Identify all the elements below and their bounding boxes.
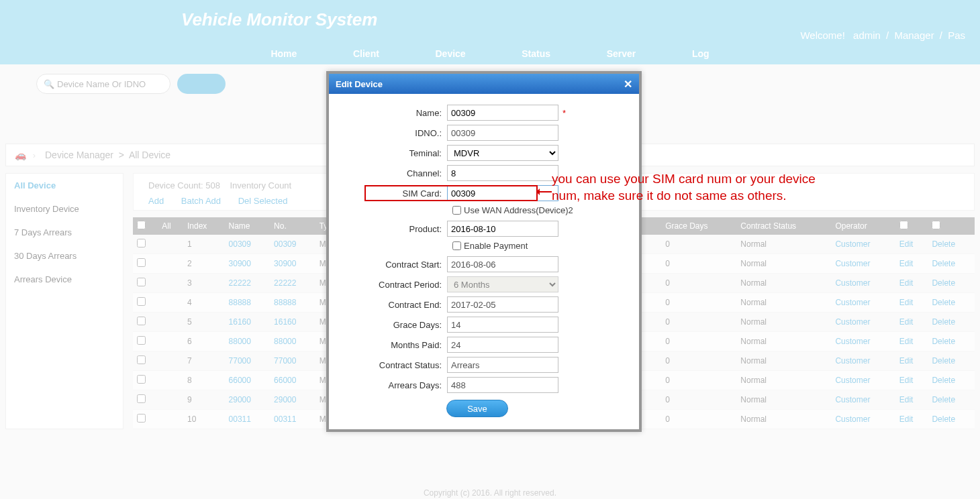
idno-label: IDNO.: bbox=[329, 128, 447, 138]
terminal-label: Teminal: bbox=[329, 148, 447, 158]
months-paid-label: Months Paid: bbox=[329, 340, 447, 350]
contract-end-field bbox=[447, 296, 558, 313]
terminal-select[interactable]: MDVR bbox=[447, 145, 558, 161]
annotation-arrow-icon bbox=[537, 191, 552, 192]
use-wan-checkbox[interactable] bbox=[452, 206, 461, 215]
arrears-days-field bbox=[447, 377, 558, 393]
contract-period-label: Contract Period: bbox=[329, 280, 447, 290]
contract-end-label: Contract End: bbox=[329, 300, 447, 310]
product-field[interactable] bbox=[447, 221, 558, 237]
enable-payment-label: Enable Payment bbox=[464, 241, 528, 251]
name-label: Name: bbox=[329, 108, 447, 118]
close-icon[interactable]: ✕ bbox=[624, 78, 632, 91]
channel-label: Channel: bbox=[329, 168, 447, 178]
contract-period-select: 6 Months bbox=[447, 276, 558, 292]
simcard-label: SIM Card: bbox=[329, 188, 447, 199]
grace-days-label: Grace Days: bbox=[329, 320, 447, 330]
edit-device-dialog: Edit Device ✕ Name: * IDNO.: Teminal: MD… bbox=[326, 71, 642, 432]
channel-field[interactable] bbox=[447, 165, 558, 181]
required-asterisk: * bbox=[562, 108, 566, 118]
months-paid-field bbox=[447, 337, 558, 353]
arrears-days-label: Arrears Days: bbox=[329, 380, 447, 390]
contract-start-label: Contract Start: bbox=[329, 260, 447, 270]
contract-status-label: Contract Status: bbox=[329, 360, 447, 370]
contract-start-field bbox=[447, 256, 558, 272]
product-label: Product: bbox=[329, 224, 447, 234]
save-button[interactable]: Save bbox=[446, 400, 508, 417]
use-wan-label: Use WAN Address(Device)2 bbox=[464, 205, 573, 215]
grace-days-field bbox=[447, 317, 558, 333]
dialog-titlebar[interactable]: Edit Device ✕ bbox=[329, 74, 639, 94]
dialog-title: Edit Device bbox=[336, 79, 383, 89]
idno-field bbox=[447, 125, 558, 141]
contract-status-field bbox=[447, 357, 558, 373]
simcard-field[interactable] bbox=[447, 185, 558, 201]
enable-payment-checkbox[interactable] bbox=[452, 241, 461, 250]
annotation-text: you can use your SIM card num or your de… bbox=[552, 171, 847, 204]
name-field[interactable] bbox=[447, 105, 558, 121]
